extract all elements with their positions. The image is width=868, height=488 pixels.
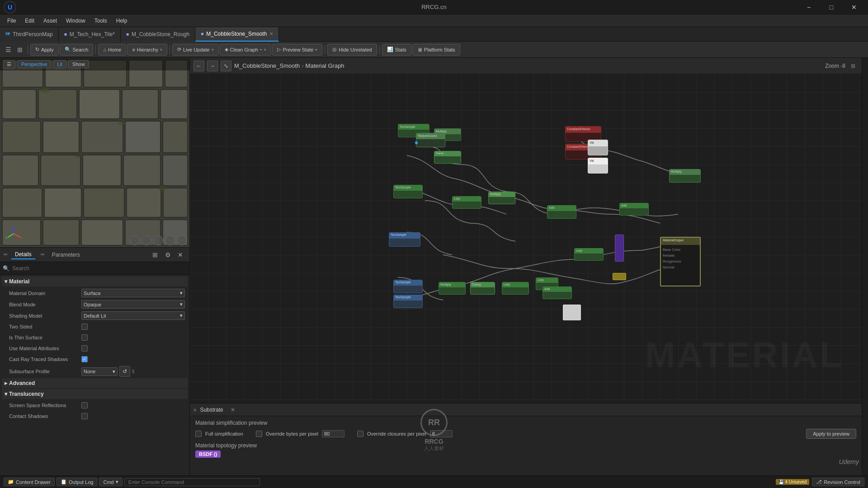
content-drawer-button[interactable]: 📁 Content Drawer [4, 478, 55, 486]
vp-control-2[interactable] [142, 235, 151, 245]
nav-back-button[interactable]: ← [193, 61, 204, 71]
menu-tools[interactable]: Tools [91, 17, 111, 25]
prop-contact-shadows-value[interactable] [81, 413, 185, 419]
right-scrollbar[interactable] [862, 58, 868, 475]
clean-graph-button[interactable]: ◈ Clean Graph ~ [220, 44, 272, 56]
scatter-node-3[interactable]: Add [547, 205, 576, 219]
vp-control-4[interactable] [165, 235, 175, 245]
console-input[interactable] [124, 478, 260, 486]
breadcrumb-material[interactable]: M_CobbleStone_Smooth [234, 62, 300, 69]
graph-layout-icon[interactable]: ⊞ [848, 61, 858, 71]
search-button[interactable]: 🔍 Search [60, 44, 94, 56]
platform-stats-button[interactable]: 🖥 Platform Stats [412, 44, 460, 56]
vp-control-1[interactable] [130, 235, 140, 245]
substrate-close-icon[interactable]: ✕ [231, 407, 235, 413]
two-sided-checkbox[interactable] [81, 324, 88, 330]
mid-node-2[interactable]: Clamp [434, 151, 461, 164]
hierarchy-button[interactable]: ≡ Hierarchy [127, 44, 167, 56]
cmd-button[interactable]: Cmd ▾ [99, 478, 122, 486]
mid-node-1[interactable]: TexSample [393, 185, 423, 198]
details-search-input[interactable] [12, 265, 187, 272]
close-button[interactable]: ✕ [844, 0, 864, 14]
prop-shading-value[interactable]: Default Lit ▾ [81, 311, 185, 320]
prop-reflections-value[interactable] [81, 402, 185, 408]
menu-file[interactable]: File [4, 17, 19, 25]
graph-canvas[interactable]: MATERIAL [190, 74, 862, 403]
perspective-button[interactable]: Perspective [17, 60, 51, 68]
hide-unrelated-button[interactable]: ◎ Hide Unrelated [327, 44, 377, 56]
show-button[interactable]: Show [68, 60, 89, 68]
domain-dropdown[interactable]: Surface ▾ [81, 289, 185, 297]
breadcrumb-graph[interactable]: Material Graph [306, 62, 344, 69]
prop-shadows-value[interactable] [81, 356, 185, 362]
revision-control-button[interactable]: ⎇ Revision Control [812, 478, 864, 486]
contact-shadows-checkbox[interactable] [81, 413, 88, 419]
prop-attrs-value[interactable] [81, 345, 185, 352]
output-node[interactable]: MaterialOutput Base Color Metallic Rough… [660, 237, 701, 286]
preview-state-button[interactable]: ▷ Preview State [272, 44, 322, 56]
white-node-1[interactable]: Val [588, 140, 608, 155]
bottom-node-1[interactable]: TexSample [393, 280, 423, 293]
live-update-button[interactable]: ⟳ Live Update [172, 44, 219, 56]
viewport[interactable]: ☰ Perspective Lit Show X Y Z [0, 58, 189, 248]
details-close-icon[interactable]: ✕ [175, 249, 186, 260]
prop-blend-value[interactable]: Opaque ▾ [81, 300, 185, 309]
scatter-node-1[interactable]: Lerp [452, 196, 481, 209]
output-log-button[interactable]: 📋 Output Log [57, 478, 97, 486]
menu-asset[interactable]: Asset [40, 17, 61, 25]
vp-control-5[interactable] [177, 235, 187, 245]
toolbar-grid-icon[interactable]: ⊞ [14, 44, 25, 55]
sl-node-3[interactable]: Lerp [502, 282, 529, 295]
override-bytes-input[interactable] [322, 430, 344, 437]
tab-cobblestone-smooth[interactable]: ■ M_CobbleStone_Smooth ✕ [195, 27, 279, 42]
scatter-node-6[interactable]: Multiply [669, 169, 701, 183]
details-tab[interactable]: Details [11, 250, 35, 259]
minimize-button[interactable]: − [798, 0, 819, 14]
nav-fit-button[interactable]: ⤡ [221, 61, 231, 71]
shading-dropdown[interactable]: Default Lit ▾ [81, 311, 185, 320]
scatter-node-5[interactable]: Add [619, 203, 649, 216]
subsurface-reset-btn[interactable]: ↺ [119, 366, 130, 377]
stats-button[interactable]: 📊 Stats [382, 44, 411, 56]
material-section-header[interactable]: ▾ Material [2, 277, 188, 286]
node-3[interactable]: TextureCoord [416, 133, 445, 147]
purple-node[interactable] [615, 235, 624, 262]
reflections-checkbox[interactable] [81, 402, 88, 408]
ll-node-1[interactable]: TexSample [389, 232, 420, 247]
translucency-section-header[interactable]: ▾ Translucency [2, 389, 188, 399]
tab-cobblestone-rough[interactable]: ■ M_CobbleStone_Rough [121, 27, 195, 42]
advanced-section-header[interactable]: ▸ Advanced [2, 378, 188, 388]
scatter-node-2[interactable]: Multiply [488, 192, 515, 204]
prop-thin-value[interactable] [81, 334, 185, 341]
tab-tech-hex[interactable]: ■ M_Tech_Hex_Tile* [59, 27, 121, 42]
white-square-node[interactable] [563, 305, 581, 320]
vp-control-3[interactable] [153, 235, 163, 245]
yellow-node[interactable] [613, 273, 626, 280]
nav-forward-button[interactable]: → [207, 61, 218, 71]
prop-subsurface-value[interactable]: None ▾ ↺ 5 [81, 366, 185, 377]
details-grid-icon[interactable]: ⊞ [150, 249, 160, 260]
home-button[interactable]: ⌂ Home [98, 44, 126, 56]
apply-button[interactable]: ↻ Apply [30, 44, 59, 56]
maximize-button[interactable]: □ [821, 0, 842, 14]
override-bytes-checkbox[interactable] [256, 431, 262, 437]
thin-checkbox[interactable] [81, 334, 88, 341]
lr-node-1[interactable]: Add [542, 286, 572, 299]
details-settings-icon[interactable]: ⚙ [162, 249, 173, 260]
menu-window[interactable]: Window [62, 17, 89, 25]
menu-edit[interactable]: Edit [21, 17, 38, 25]
bottom-node-2[interactable]: TexSample [393, 295, 423, 308]
full-simplification-checkbox[interactable] [195, 431, 202, 437]
menu-icon-vp[interactable]: ☰ [3, 60, 15, 69]
sl-node-2[interactable]: Clamp [470, 282, 495, 295]
toolbar-menu-icon[interactable]: ☰ [3, 44, 14, 55]
scatter-node-4[interactable]: Lerp [574, 248, 604, 261]
tab-thirdpersonmap[interactable]: 🗺 ThirdPersonMap [0, 27, 59, 42]
menu-help[interactable]: Help [113, 17, 131, 25]
tab-close-icon[interactable]: ✕ [269, 31, 273, 36]
override-closures-checkbox[interactable] [357, 431, 363, 437]
prop-two-sided-value[interactable] [81, 324, 185, 330]
white-node-2[interactable]: Val [588, 158, 608, 174]
prop-domain-value[interactable]: Surface ▾ [81, 289, 185, 297]
substrate-tab[interactable]: Substrate [200, 407, 223, 413]
